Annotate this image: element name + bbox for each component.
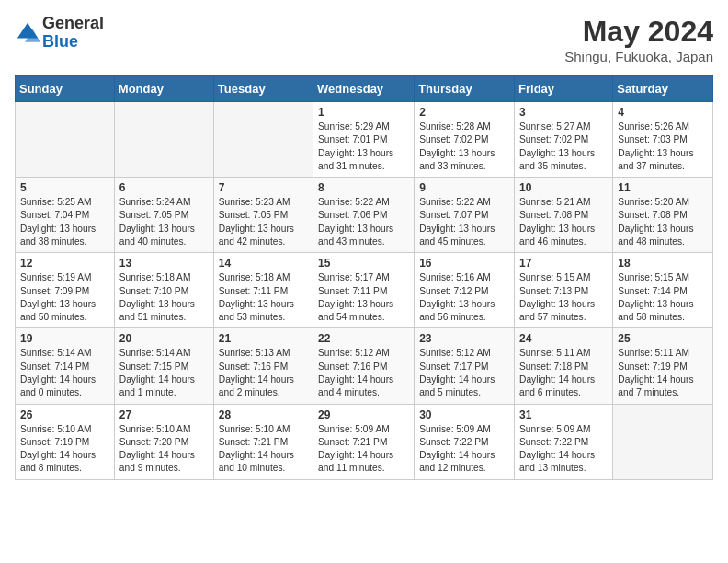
day-info: Sunrise: 5:09 AM Sunset: 7:22 PM Dayligh… xyxy=(419,423,509,476)
page-header: General Blue May 2024 Shingu, Fukuoka, J… xyxy=(15,15,713,64)
calendar-cell: 18Sunrise: 5:15 AM Sunset: 7:14 PM Dayli… xyxy=(613,253,713,328)
logo-icon xyxy=(15,20,40,46)
day-info: Sunrise: 5:19 AM Sunset: 7:09 PM Dayligh… xyxy=(20,271,109,324)
day-number: 27 xyxy=(119,408,209,421)
calendar-cell: 30Sunrise: 5:09 AM Sunset: 7:22 PM Dayli… xyxy=(415,404,515,479)
day-number: 20 xyxy=(119,332,209,345)
day-info: Sunrise: 5:09 AM Sunset: 7:21 PM Dayligh… xyxy=(318,423,409,476)
day-info: Sunrise: 5:26 AM Sunset: 7:03 PM Dayligh… xyxy=(618,121,708,173)
day-info: Sunrise: 5:12 AM Sunset: 7:16 PM Dayligh… xyxy=(318,347,409,399)
day-info: Sunrise: 5:21 AM Sunset: 7:08 PM Dayligh… xyxy=(519,196,608,248)
day-number: 22 xyxy=(318,332,409,345)
day-info: Sunrise: 5:09 AM Sunset: 7:22 PM Dayligh… xyxy=(519,423,608,476)
day-number: 25 xyxy=(618,332,708,345)
day-info: Sunrise: 5:11 AM Sunset: 7:18 PM Dayligh… xyxy=(519,347,608,399)
day-info: Sunrise: 5:14 AM Sunset: 7:15 PM Dayligh… xyxy=(119,347,209,399)
calendar-title: May 2024 xyxy=(564,15,713,49)
day-header-sunday: Sunday xyxy=(16,76,115,102)
calendar-cell: 15Sunrise: 5:17 AM Sunset: 7:11 PM Dayli… xyxy=(313,253,415,328)
day-info: Sunrise: 5:29 AM Sunset: 7:01 PM Dayligh… xyxy=(318,121,409,173)
calendar-cell xyxy=(114,102,213,178)
day-info: Sunrise: 5:15 AM Sunset: 7:14 PM Dayligh… xyxy=(618,271,708,324)
day-header-friday: Friday xyxy=(515,76,613,102)
calendar-cell: 12Sunrise: 5:19 AM Sunset: 7:09 PM Dayli… xyxy=(16,253,115,328)
day-info: Sunrise: 5:18 AM Sunset: 7:11 PM Dayligh… xyxy=(219,271,308,324)
day-info: Sunrise: 5:18 AM Sunset: 7:10 PM Dayligh… xyxy=(119,271,209,324)
calendar-cell: 2Sunrise: 5:28 AM Sunset: 7:02 PM Daylig… xyxy=(415,102,515,178)
calendar-cell: 16Sunrise: 5:16 AM Sunset: 7:12 PM Dayli… xyxy=(415,253,515,328)
day-number: 8 xyxy=(318,181,409,194)
calendar-cell: 4Sunrise: 5:26 AM Sunset: 7:03 PM Daylig… xyxy=(613,102,713,178)
calendar-cell xyxy=(613,404,713,479)
calendar-week-row: 19Sunrise: 5:14 AM Sunset: 7:14 PM Dayli… xyxy=(16,328,713,404)
calendar-cell: 20Sunrise: 5:14 AM Sunset: 7:15 PM Dayli… xyxy=(114,328,213,404)
day-number: 1 xyxy=(318,106,409,119)
day-number: 13 xyxy=(119,257,209,270)
day-number: 15 xyxy=(318,257,409,270)
calendar-cell: 6Sunrise: 5:24 AM Sunset: 7:05 PM Daylig… xyxy=(114,178,213,253)
calendar-cell: 17Sunrise: 5:15 AM Sunset: 7:13 PM Dayli… xyxy=(515,253,613,328)
logo: General Blue xyxy=(15,15,104,52)
day-header-thursday: Thursday xyxy=(415,76,515,102)
calendar-cell: 8Sunrise: 5:22 AM Sunset: 7:06 PM Daylig… xyxy=(313,178,415,253)
day-number: 4 xyxy=(618,106,708,119)
calendar-cell: 23Sunrise: 5:12 AM Sunset: 7:17 PM Dayli… xyxy=(415,328,515,404)
calendar-cell: 1Sunrise: 5:29 AM Sunset: 7:01 PM Daylig… xyxy=(313,102,415,178)
calendar-week-row: 1Sunrise: 5:29 AM Sunset: 7:01 PM Daylig… xyxy=(16,102,713,178)
calendar-cell: 7Sunrise: 5:23 AM Sunset: 7:05 PM Daylig… xyxy=(213,178,313,253)
day-number: 31 xyxy=(519,408,608,421)
calendar-week-row: 26Sunrise: 5:10 AM Sunset: 7:19 PM Dayli… xyxy=(16,404,713,479)
day-number: 29 xyxy=(318,408,409,421)
calendar-cell: 14Sunrise: 5:18 AM Sunset: 7:11 PM Dayli… xyxy=(213,253,313,328)
calendar-cell: 9Sunrise: 5:22 AM Sunset: 7:07 PM Daylig… xyxy=(415,178,515,253)
day-info: Sunrise: 5:24 AM Sunset: 7:05 PM Dayligh… xyxy=(119,196,209,248)
day-number: 7 xyxy=(219,181,308,194)
calendar-table: SundayMondayTuesdayWednesdayThursdayFrid… xyxy=(15,75,713,480)
day-info: Sunrise: 5:16 AM Sunset: 7:12 PM Dayligh… xyxy=(419,271,509,324)
calendar-cell: 28Sunrise: 5:10 AM Sunset: 7:21 PM Dayli… xyxy=(213,404,313,479)
day-info: Sunrise: 5:22 AM Sunset: 7:07 PM Dayligh… xyxy=(419,196,509,248)
calendar-subtitle: Shingu, Fukuoka, Japan xyxy=(564,49,713,64)
day-header-tuesday: Tuesday xyxy=(213,76,313,102)
calendar-cell: 27Sunrise: 5:10 AM Sunset: 7:20 PM Dayli… xyxy=(114,404,213,479)
calendar-cell: 5Sunrise: 5:25 AM Sunset: 7:04 PM Daylig… xyxy=(16,178,115,253)
logo-general-text: General xyxy=(42,15,104,33)
day-number: 17 xyxy=(519,257,608,270)
day-header-monday: Monday xyxy=(114,76,213,102)
day-info: Sunrise: 5:10 AM Sunset: 7:19 PM Dayligh… xyxy=(20,423,109,476)
title-block: May 2024 Shingu, Fukuoka, Japan xyxy=(564,15,713,64)
day-number: 24 xyxy=(519,332,608,345)
day-number: 16 xyxy=(419,257,509,270)
day-number: 6 xyxy=(119,181,209,194)
day-info: Sunrise: 5:11 AM Sunset: 7:19 PM Dayligh… xyxy=(618,347,708,399)
calendar-cell: 21Sunrise: 5:13 AM Sunset: 7:16 PM Dayli… xyxy=(213,328,313,404)
day-number: 21 xyxy=(219,332,308,345)
day-number: 28 xyxy=(219,408,308,421)
day-info: Sunrise: 5:13 AM Sunset: 7:16 PM Dayligh… xyxy=(219,347,308,399)
day-number: 18 xyxy=(618,257,708,270)
logo-blue-text: Blue xyxy=(42,33,104,52)
day-info: Sunrise: 5:28 AM Sunset: 7:02 PM Dayligh… xyxy=(419,121,509,173)
calendar-cell: 10Sunrise: 5:21 AM Sunset: 7:08 PM Dayli… xyxy=(515,178,613,253)
day-info: Sunrise: 5:25 AM Sunset: 7:04 PM Dayligh… xyxy=(20,196,109,248)
day-info: Sunrise: 5:20 AM Sunset: 7:08 PM Dayligh… xyxy=(618,196,708,248)
calendar-cell: 31Sunrise: 5:09 AM Sunset: 7:22 PM Dayli… xyxy=(515,404,613,479)
calendar-cell: 26Sunrise: 5:10 AM Sunset: 7:19 PM Dayli… xyxy=(16,404,115,479)
day-info: Sunrise: 5:22 AM Sunset: 7:06 PM Dayligh… xyxy=(318,196,409,248)
day-header-wednesday: Wednesday xyxy=(313,76,415,102)
calendar-cell: 22Sunrise: 5:12 AM Sunset: 7:16 PM Dayli… xyxy=(313,328,415,404)
day-number: 14 xyxy=(219,257,308,270)
day-number: 23 xyxy=(419,332,509,345)
day-number: 9 xyxy=(419,181,509,194)
calendar-cell: 3Sunrise: 5:27 AM Sunset: 7:02 PM Daylig… xyxy=(515,102,613,178)
day-info: Sunrise: 5:14 AM Sunset: 7:14 PM Dayligh… xyxy=(20,347,109,399)
day-number: 30 xyxy=(419,408,509,421)
calendar-cell: 11Sunrise: 5:20 AM Sunset: 7:08 PM Dayli… xyxy=(613,178,713,253)
calendar-cell: 24Sunrise: 5:11 AM Sunset: 7:18 PM Dayli… xyxy=(515,328,613,404)
day-info: Sunrise: 5:17 AM Sunset: 7:11 PM Dayligh… xyxy=(318,271,409,324)
day-number: 5 xyxy=(20,181,109,194)
day-number: 10 xyxy=(519,181,608,194)
calendar-cell: 19Sunrise: 5:14 AM Sunset: 7:14 PM Dayli… xyxy=(16,328,115,404)
day-number: 2 xyxy=(419,106,509,119)
day-header-saturday: Saturday xyxy=(613,76,713,102)
